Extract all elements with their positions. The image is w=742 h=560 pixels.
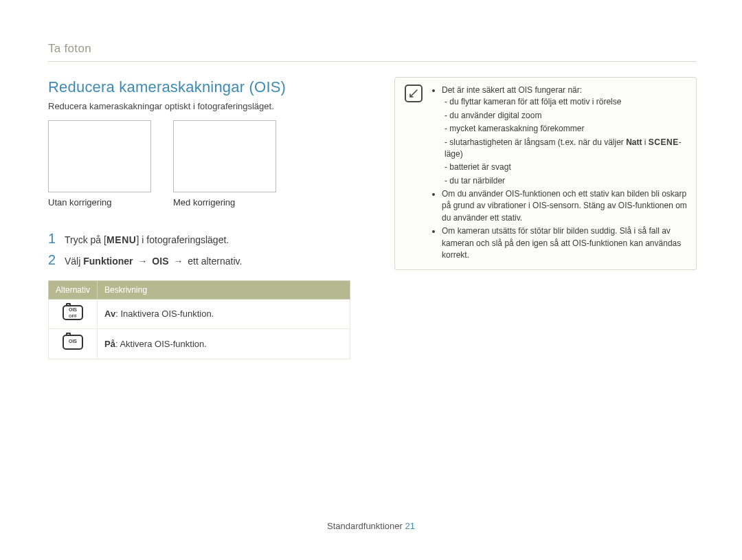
page-title: Reducera kameraskakningar (OIS)	[48, 77, 364, 98]
step-1-text-a: Tryck på [	[65, 234, 106, 245]
table-head-beskrivning: Beskrivning	[98, 280, 350, 299]
note-b1-3: mycket kameraskakning förekommer	[445, 123, 689, 135]
step-2: 2 Välj Funktioner → OIS → ett alternativ…	[48, 251, 364, 269]
section-subtitle: Reducera kameraskakningar optiskt i foto…	[48, 100, 364, 113]
note-content: Det är inte säkert att OIS fungerar när:…	[432, 85, 689, 262]
footer-label: Standardfunktioner	[327, 521, 403, 531]
footer-page-number: 21	[405, 521, 415, 531]
menu-token: MENU	[106, 234, 137, 245]
note-b1-2: du använder digital zoom	[445, 110, 689, 122]
arrow-icon: →	[135, 255, 149, 268]
step-1: 1 Tryck på [MENU] i fotograferingsläget.	[48, 229, 364, 248]
note-b1-4: slutarhastigheten är långsam (t.ex. när …	[445, 137, 689, 161]
note-icon	[405, 85, 423, 102]
options-table: Alternativ Beskrivning OIS OFF Av: Inakt…	[48, 280, 350, 359]
step-2-funktioner: Funktioner	[83, 256, 133, 267]
option-off-desc: : Inaktivera OIS-funktion.	[115, 309, 214, 319]
comparison-row: Utan korrigering Med korrigering	[48, 120, 364, 209]
note-box: Det är inte säkert att OIS fungerar när:…	[394, 77, 697, 270]
breadcrumb: Ta foton	[48, 41, 697, 57]
footer: Standardfunktioner 21	[0, 520, 742, 533]
note-b1-1: du flyttar kameran för att följa ett mot…	[445, 96, 689, 108]
caption-with: Med korrigering	[173, 197, 276, 209]
table-head-alternativ: Alternativ	[49, 280, 98, 299]
caption-without: Utan korrigering	[48, 197, 151, 209]
arrow-icon: →	[171, 255, 185, 268]
step-1-text-b: ] i fotograferingsläget.	[137, 234, 229, 245]
step-number: 2	[48, 251, 58, 269]
step-2-text-b: ett alternativ.	[185, 256, 242, 267]
note-b1-6: du tar närbilder	[445, 175, 689, 187]
table-row: OIS OFF Av: Inaktivera OIS-funktion.	[49, 299, 350, 329]
ois-off-icon: OIS OFF	[63, 305, 83, 320]
note-b1: Det är inte säkert att OIS fungerar när:	[442, 85, 582, 95]
image-with-correction	[173, 120, 276, 192]
option-off-label: Av	[104, 309, 115, 319]
option-on-label: På	[104, 339, 115, 349]
step-2-text-a: Välj	[65, 256, 83, 267]
table-row: OIS På: Aktivera OIS-funktion.	[49, 329, 350, 359]
ois-on-icon: OIS	[63, 335, 83, 350]
note-b3: Om kameran utsätts för stötar blir bilde…	[442, 225, 689, 261]
step-2-ois: OIS	[152, 256, 168, 267]
note-b2: Om du använder OIS-funktionen och ett st…	[442, 188, 689, 224]
header-rule	[48, 61, 697, 62]
option-on-desc: : Aktivera OIS-funktion.	[115, 339, 207, 349]
step-number: 1	[48, 229, 58, 248]
image-without-correction	[48, 120, 151, 192]
note-b1-5: batteriet är svagt	[445, 161, 689, 173]
